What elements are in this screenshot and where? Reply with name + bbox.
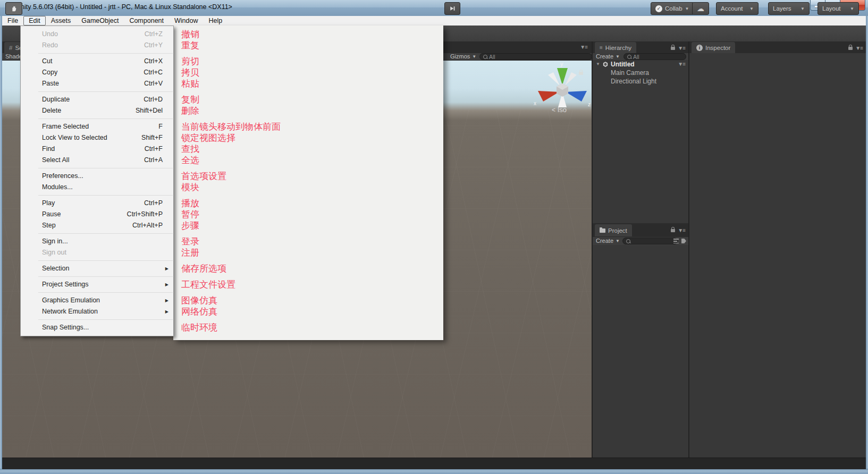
menu-item-find[interactable]: FindCtrl+F	[21, 143, 173, 155]
menu-item-undo[interactable]: UndoCtrl+Z	[21, 29, 173, 40]
foldout-arrow-icon[interactable]: ▼	[596, 60, 600, 69]
step-button[interactable]	[444, 2, 460, 15]
menu-item-network-emulation[interactable]: Network Emulation▶	[21, 306, 173, 317]
chevron-down-icon: ▼	[685, 6, 689, 11]
label-tag-icon[interactable]	[681, 239, 686, 243]
translation-spacer	[173, 317, 443, 322]
lock-icon	[848, 47, 853, 50]
project-panel-icons[interactable]: ▼≡	[671, 227, 685, 233]
translation-item: 储存所选项	[173, 263, 443, 274]
layout-button[interactable]: Layout ▼	[818, 2, 859, 15]
inspector-panel-icons[interactable]: ▼≡	[848, 45, 863, 51]
project-create-button[interactable]: Create ▼	[596, 238, 620, 244]
project-tabbar: Project ▼≡	[593, 223, 688, 238]
account-button[interactable]: Account ▼	[716, 2, 759, 15]
menu-separator	[38, 233, 173, 234]
menubar-item-edit[interactable]: Edit	[23, 16, 46, 26]
menu-item-label: Play	[42, 198, 55, 209]
scene-tab-icon: #	[9, 45, 12, 51]
menu-item-step[interactable]: StepCtrl+Alt+P	[21, 220, 173, 231]
menubar-item-file[interactable]: File	[2, 16, 23, 26]
project-tab-label: Project	[608, 227, 627, 234]
translation-item: 粘贴	[173, 78, 443, 89]
menubar-item-help[interactable]: Help	[203, 16, 227, 26]
menu-item-paste[interactable]: PasteCtrl+V	[21, 78, 173, 89]
menu-item-lock-view-to-selected[interactable]: Lock View to SelectedShift+F	[21, 132, 173, 143]
translation-item: 剪切	[173, 56, 443, 67]
project-toolbar: Create ▼	[593, 237, 688, 246]
translation-item: 查找	[173, 143, 443, 155]
menu-item-label: Selection	[42, 263, 69, 274]
column-layout-icon[interactable]	[673, 239, 679, 243]
hierarchy-scene-row[interactable]: ▼ Untitled ▼≡	[593, 60, 688, 69]
axis-y-cone[interactable]	[557, 68, 568, 85]
translation-spacer	[173, 51, 443, 56]
translation-item: 步骤	[173, 220, 443, 231]
translation-spacer	[173, 89, 443, 94]
cloud-button[interactable]: ☁	[692, 2, 709, 15]
create-label: Create	[596, 53, 613, 60]
menubar-item-assets[interactable]: Assets	[46, 16, 77, 26]
menubar-item-component[interactable]: Component	[124, 16, 169, 26]
menu-item-label: Preferences...	[42, 171, 83, 182]
axis-z-cone[interactable]	[566, 91, 587, 101]
window-border-right	[866, 16, 868, 469]
menu-item-delete[interactable]: DeleteShift+Del	[21, 105, 173, 116]
project-search-input[interactable]	[622, 238, 678, 244]
hierarchy-panel-icons[interactable]: ▼≡	[671, 45, 685, 51]
hierarchy-toolbar: Create ▼ All	[593, 53, 688, 61]
menu-separator	[38, 168, 173, 168]
menu-item-sign-out[interactable]: Sign out	[21, 247, 173, 258]
menu-item-copy[interactable]: CopyCtrl+C	[21, 67, 173, 78]
hierarchy-tabbar: ≡ Hierarchy ▼≡	[593, 41, 688, 54]
gizmos-dropdown[interactable]: Gizmos ▼	[450, 53, 476, 60]
menu-item-play[interactable]: PlayCtrl+P	[21, 198, 173, 209]
search-icon	[483, 55, 487, 59]
collab-button[interactable]: ✓ Collab ▼	[651, 2, 694, 15]
menu-item-graphics-emulation[interactable]: Graphics Emulation▶	[21, 295, 173, 306]
menu-item-duplicate[interactable]: DuplicateCtrl+D	[21, 94, 173, 105]
tab-inspector[interactable]: i Inspector	[692, 42, 735, 53]
tab-project[interactable]: Project	[595, 224, 632, 236]
tab-hierarchy[interactable]: ≡ Hierarchy	[595, 42, 636, 53]
hierarchy-tab-icon: ≡	[600, 45, 603, 50]
menu-item-shortcut: F	[158, 121, 163, 132]
hierarchy-item-directional-light[interactable]: Directional Light	[593, 77, 688, 86]
hierarchy-create-button[interactable]: Create ▼	[596, 53, 620, 60]
scene-panel-menu[interactable]: ▼≡	[580, 44, 587, 50]
menu-item-frame-selected[interactable]: Frame SelectedF	[21, 121, 173, 132]
folder-icon	[600, 228, 605, 233]
menu-item-shortcut: Ctrl+D	[144, 94, 163, 105]
menu-item-redo[interactable]: RedoCtrl+Y	[21, 40, 173, 51]
menu-item-label: Snap Settings...	[42, 322, 89, 333]
menu-item-preferences[interactable]: Preferences...	[21, 171, 173, 182]
iso-mode-label[interactable]: < Iso	[552, 106, 567, 114]
menu-item-shortcut: Ctrl+V	[144, 78, 163, 89]
chevron-down-icon: ▼	[850, 6, 854, 11]
hand-tool-button[interactable]	[5, 2, 22, 15]
scene-search-input[interactable]: All	[479, 53, 592, 60]
submenu-arrow-icon: ▶	[165, 306, 168, 317]
axis-x-label: x	[534, 100, 536, 106]
axis-x-cone[interactable]	[538, 91, 559, 101]
menu-item-cut[interactable]: CutCtrl+X	[21, 56, 173, 67]
menu-item-project-settings[interactable]: Project Settings▶	[21, 279, 173, 290]
menu-item-pause[interactable]: PauseCtrl+Shift+P	[21, 209, 173, 220]
hierarchy-item-main-camera[interactable]: Main Camera	[593, 69, 688, 77]
hierarchy-search-input[interactable]: All	[623, 53, 686, 60]
menu-item-shortcut: Shift+Del	[136, 105, 163, 116]
menu-item-selection[interactable]: Selection▶	[21, 263, 173, 274]
menu-item-label: Sign out	[42, 247, 66, 258]
menu-item-modules[interactable]: Modules...	[21, 182, 173, 193]
menu-item-select-all[interactable]: Select AllCtrl+A	[21, 155, 173, 166]
menu-item-snap-settings[interactable]: Snap Settings...	[21, 322, 173, 333]
menubar-item-window[interactable]: Window	[169, 16, 203, 26]
layers-button[interactable]: Layers ▼	[768, 2, 810, 15]
menu-item-sign-in[interactable]: Sign in...	[21, 236, 173, 247]
axis-y-label: y	[560, 61, 563, 67]
translation-item: 注册	[173, 247, 443, 258]
scene-context-menu-icon[interactable]: ▼≡	[678, 60, 685, 69]
menu-item-label: Duplicate	[42, 94, 70, 105]
menubar-item-gameobject[interactable]: GameObject	[76, 16, 124, 26]
menu-item-shortcut: Ctrl+Y	[144, 40, 163, 51]
